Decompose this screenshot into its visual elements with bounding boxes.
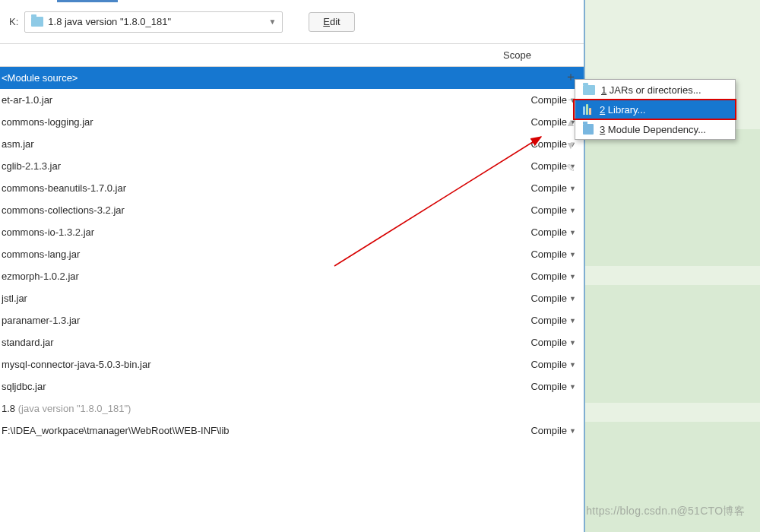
row-name: paranamer-1.3.jar xyxy=(2,315,524,326)
row-name: commons-beanutils-1.7.0.jar xyxy=(2,182,524,194)
sdk-label: K: xyxy=(9,16,18,27)
watermark: https://blog.csdn.n@51CTO博客 xyxy=(586,505,745,518)
chevron-down-icon: ▼ xyxy=(569,339,576,347)
popup-item-label: 2 Library... xyxy=(600,104,645,116)
active-tab-indicator xyxy=(57,0,118,2)
table-row[interactable]: commons-beanutils-1.7.0.jarCompile▼ xyxy=(0,177,584,199)
edit-button[interactable]: Edit xyxy=(309,12,354,32)
sdk-toolbar: K: 1.8 java version "1.8.0_181" ▼ Edit xyxy=(0,0,584,44)
popup-item-folder[interactable]: 1 JARs or directories... xyxy=(575,80,735,100)
scope-selector[interactable]: Compile▼ xyxy=(524,226,581,238)
row-name: mysql-connector-java-5.0.3-bin.jar xyxy=(2,359,524,370)
row-name: standard.jar xyxy=(2,337,524,348)
scope-selector[interactable]: Compile▼ xyxy=(524,337,581,348)
scope-selector[interactable]: Compile▼ xyxy=(524,293,581,304)
sdk-selected-text: 1.8 java version "1.8.0_181" xyxy=(48,16,171,27)
chevron-down-icon: ▼ xyxy=(569,229,576,236)
row-name: F:\IDEA_workpace\tmanager\WebRoot\WEB-IN… xyxy=(2,425,524,436)
popup-item-label: 3 Module Dependency... xyxy=(600,124,706,135)
scope-column-header[interactable]: Scope xyxy=(503,49,570,61)
popup-item-label: 1 JARs or directories... xyxy=(601,84,701,96)
table-row[interactable]: commons-collections-3.2.jarCompile▼ xyxy=(0,199,584,221)
chevron-down-icon: ▼ xyxy=(569,251,576,258)
chevron-down-icon: ▼ xyxy=(569,361,576,369)
scope-selector[interactable]: Compile▼ xyxy=(524,204,581,216)
chevron-down-icon: ▼ xyxy=(569,185,576,192)
row-name: <Module source> xyxy=(2,72,581,84)
row-name: et-ar-1.0.jar xyxy=(2,94,524,106)
scope-selector[interactable]: Compile▼ xyxy=(524,381,581,392)
scope-selector[interactable]: Compile▼ xyxy=(524,182,581,194)
scope-selector[interactable]: Compile▼ xyxy=(524,271,581,282)
chevron-down-icon: ▼ xyxy=(569,273,576,280)
dependencies-panel: K: 1.8 java version "1.8.0_181" ▼ Edit S… xyxy=(0,0,585,532)
module-icon xyxy=(583,124,594,135)
table-row[interactable]: paranamer-1.3.jarCompile▼ xyxy=(0,309,584,331)
scope-selector[interactable]: Compile▼ xyxy=(524,315,581,326)
table-row[interactable]: sqljdbc.jarCompile▼ xyxy=(0,375,584,397)
table-row[interactable]: 1.8 (java version "1.8.0_181") xyxy=(0,397,584,420)
table-row[interactable]: commons-lang.jarCompile▼ xyxy=(0,243,584,265)
row-name: commons-lang.jar xyxy=(2,249,524,260)
table-row[interactable]: jstl.jarCompile▼ xyxy=(0,287,584,309)
row-name: commons-collections-3.2.jar xyxy=(2,204,524,216)
chevron-down-icon: ▼ xyxy=(569,317,576,325)
row-name: jstl.jar xyxy=(2,293,524,304)
sdk-dropdown[interactable]: 1.8 java version "1.8.0_181" ▼ xyxy=(24,11,283,33)
chevron-down-icon: ▼ xyxy=(569,295,576,302)
library-icon xyxy=(583,104,594,115)
table-row[interactable]: <Module source> xyxy=(0,67,584,89)
popup-item-module[interactable]: 3 Module Dependency... xyxy=(575,119,735,139)
add-popup-menu: 1 JARs or directories...2 Library...3 Mo… xyxy=(575,79,736,140)
folder-icon xyxy=(31,17,43,27)
row-name: commons-io-1.3.2.jar xyxy=(2,226,524,238)
table-row[interactable]: ezmorph-1.0.2.jarCompile▼ xyxy=(0,265,584,287)
table-row[interactable]: mysql-connector-java-5.0.3-bin.jarCompil… xyxy=(0,353,584,375)
chevron-down-icon: ▼ xyxy=(268,17,276,26)
row-name: 1.8 (java version "1.8.0_181") xyxy=(2,403,581,414)
row-name: cglib-2.1.3.jar xyxy=(2,160,524,172)
row-name: sqljdbc.jar xyxy=(2,381,524,392)
table-row[interactable]: standard.jarCompile▼ xyxy=(0,331,584,353)
row-name: commons-logging.jar xyxy=(2,116,524,128)
chevron-down-icon: ▼ xyxy=(569,207,576,214)
table-row[interactable]: et-ar-1.0.jarCompile▼ xyxy=(0,89,584,111)
edit-pencil-button: ✎ xyxy=(562,160,579,176)
popup-item-lib[interactable]: 2 Library... xyxy=(575,100,735,119)
table-row[interactable]: commons-logging.jarCompile▼ xyxy=(0,111,584,133)
table-row[interactable]: asm.jarCompile▼ xyxy=(0,133,584,155)
table-row[interactable]: commons-io-1.3.2.jarCompile▼ xyxy=(0,221,584,243)
scope-selector[interactable]: Compile▼ xyxy=(524,359,581,370)
scope-selector[interactable]: Compile▼ xyxy=(524,425,581,436)
folder-icon xyxy=(583,85,595,95)
chevron-down-icon: ▼ xyxy=(569,427,576,435)
table-row[interactable]: F:\IDEA_workpace\tmanager\WebRoot\WEB-IN… xyxy=(0,420,584,442)
chevron-down-icon: ▼ xyxy=(569,383,576,391)
row-name: ezmorph-1.0.2.jar xyxy=(2,271,524,282)
dependency-list: <Module source>et-ar-1.0.jarCompile▼comm… xyxy=(0,67,584,442)
row-name: asm.jar xyxy=(2,138,524,150)
scope-selector[interactable]: Compile▼ xyxy=(524,249,581,260)
table-header: Scope xyxy=(0,44,584,67)
table-row[interactable]: cglib-2.1.3.jarCompile▼ xyxy=(0,155,584,177)
